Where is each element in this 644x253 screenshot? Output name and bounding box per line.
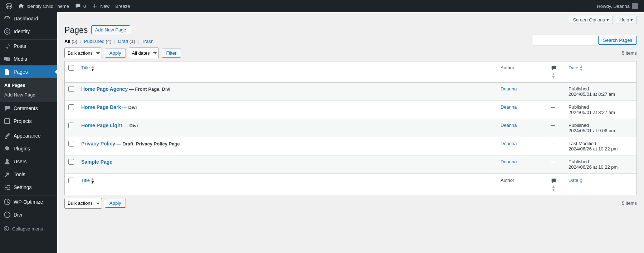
menu-identity[interactable]: DIdentity (0, 25, 57, 38)
users-icon (4, 158, 11, 165)
comments-count: 0 (83, 4, 86, 9)
row-checkbox[interactable] (68, 86, 74, 92)
menu-dashboard[interactable]: Dashboard (0, 12, 57, 25)
submenu-all-pages[interactable]: All Pages (0, 80, 57, 90)
bulk-apply-top[interactable]: Apply (105, 49, 126, 58)
page-title-link[interactable]: Sample Page (81, 159, 112, 165)
site-name: Identity Child Theme (26, 4, 69, 9)
site-name-link[interactable]: Identity Child Theme (15, 0, 72, 12)
date-value: 2024/05/01 at 8:27 am (569, 110, 615, 115)
page-title-link[interactable]: Privacy Policy (81, 141, 115, 147)
author-link[interactable]: Deanna (501, 104, 517, 110)
page-heading: Pages (64, 25, 88, 35)
filter-draft[interactable]: Draft (118, 39, 128, 44)
col-author-footer: Author (497, 174, 547, 195)
page-title-link[interactable]: Home Page Dark (81, 104, 121, 110)
menu-pages[interactable]: Pages (0, 65, 57, 78)
page-title-link[interactable]: Home Page Light (81, 123, 122, 128)
col-title-footer[interactable]: Title▲▼ (78, 174, 497, 195)
date-value: 2024/05/01 at 8:27 am (569, 91, 615, 97)
menu-tools[interactable]: Tools (0, 168, 57, 181)
menu-users[interactable]: Users (0, 155, 57, 168)
divi-icon (4, 211, 11, 218)
menu-media[interactable]: Media (0, 53, 57, 65)
post-state: — Front Page, Divi (128, 86, 170, 92)
projects-icon (4, 118, 11, 125)
date-filter-select[interactable]: All dates (129, 48, 159, 58)
sort-icon: ▲▼ (91, 65, 95, 71)
col-comments-footer[interactable]: ▲▼ (547, 174, 565, 195)
search-box: Search Pages (533, 35, 637, 45)
table-row: Home Page Dark — DiviDeanna—Published202… (65, 101, 636, 119)
screen-options-button[interactable]: Screen Options (569, 16, 613, 24)
post-state: — Divi (122, 123, 138, 128)
page-title-link[interactable]: Home Page Agency (81, 86, 128, 92)
bulk-actions-select-bottom[interactable]: Bulk actions (64, 198, 102, 209)
svg-point-13 (4, 227, 9, 231)
svg-point-4 (6, 159, 9, 162)
row-checkbox[interactable] (68, 141, 74, 147)
author-link[interactable]: Deanna (501, 141, 517, 146)
post-state: — Draft, Privacy Policy Page (115, 141, 180, 147)
select-all-top[interactable] (68, 65, 74, 71)
col-comments-header[interactable]: ▲▼ (547, 61, 565, 83)
col-date-header[interactable]: Date▲▼ (565, 61, 636, 83)
menu-appearance[interactable]: Appearance (0, 129, 57, 142)
row-checkbox[interactable] (68, 104, 74, 110)
comments-cell: — (547, 137, 565, 155)
svg-point-8 (5, 185, 7, 187)
menu-wp-optimize[interactable]: WP-Optimize (0, 195, 57, 208)
menu-comments[interactable]: Comments (0, 102, 57, 115)
menu-divi[interactable]: Divi (0, 208, 57, 221)
dashboard-icon (4, 15, 11, 22)
svg-rect-3 (5, 119, 10, 124)
submenu-add-new[interactable]: Add New Page (0, 90, 57, 100)
howdy-text: Howdy, Deanna (597, 4, 630, 9)
date-value: 2024/06/26 at 10:22 pm (569, 146, 618, 152)
add-new-page-button[interactable]: Add New Page (91, 25, 130, 34)
menu-settings[interactable]: Settings (0, 181, 57, 194)
filter-button[interactable]: Filter (162, 49, 181, 58)
help-button[interactable]: Help (616, 16, 637, 24)
new-content-link[interactable]: New (89, 0, 112, 12)
filter-published[interactable]: Published (84, 39, 104, 44)
date-value: 2024/05/01 at 9:06 pm (569, 128, 615, 133)
sort-icon: ▲▼ (551, 185, 556, 191)
collapse-menu[interactable]: Collapse menu (0, 223, 57, 234)
comments-link[interactable]: 0 (72, 0, 89, 12)
search-input[interactable] (533, 35, 597, 45)
date-status: Published (569, 123, 589, 128)
main-content: Screen Options Help Pages Add New Page A… (57, 12, 644, 253)
author-link[interactable]: Deanna (501, 86, 517, 91)
col-title-header[interactable]: Title▲▼ (78, 61, 497, 83)
search-button[interactable]: Search Pages (598, 36, 637, 45)
post-state: — Divi (121, 105, 137, 110)
breeze-link[interactable]: Breeze (112, 0, 133, 12)
menu-projects[interactable]: Projects (0, 115, 57, 128)
filter-all-count: (5) (72, 39, 77, 44)
wp-logo[interactable] (3, 0, 15, 12)
select-all-bottom[interactable] (68, 178, 74, 183)
optimize-icon (4, 198, 11, 205)
sort-icon: ▲▼ (551, 73, 556, 79)
author-link[interactable]: Deanna (501, 123, 517, 128)
row-checkbox[interactable] (68, 123, 74, 128)
sort-icon: ▲▼ (579, 178, 583, 184)
row-checkbox[interactable] (68, 159, 74, 165)
filter-trash[interactable]: Trash (142, 39, 153, 44)
comment-icon (4, 105, 11, 112)
menu-posts[interactable]: Posts (0, 40, 57, 53)
menu-plugins[interactable]: Plugins (0, 142, 57, 155)
date-status: Last Modified (569, 141, 596, 146)
table-row: Privacy Policy — Draft, Privacy Policy P… (65, 137, 636, 155)
settings-icon (4, 184, 11, 191)
brush-icon (4, 132, 11, 139)
author-link[interactable]: Deanna (501, 159, 517, 164)
pages-table: Title▲▼ Author ▲▼ Date▲▼ Home Page Agenc… (64, 61, 637, 195)
account-link[interactable]: Howdy, Deanna (594, 0, 641, 12)
bulk-apply-bottom[interactable]: Apply (105, 199, 126, 208)
bulk-actions-select-top[interactable]: Bulk actions (64, 48, 102, 58)
col-date-footer[interactable]: Date▲▼ (565, 174, 636, 195)
col-author-header: Author (497, 61, 547, 83)
filter-all[interactable]: All (64, 39, 70, 44)
